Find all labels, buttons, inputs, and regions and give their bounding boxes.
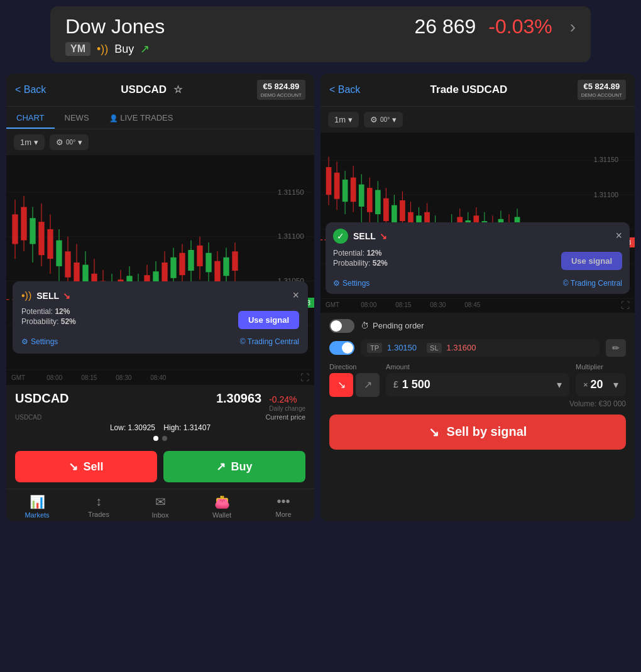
tp-sl-edit-button[interactable]: ✏ bbox=[606, 339, 626, 357]
sell-by-signal-button[interactable]: ↘ Sell by signal bbox=[329, 415, 626, 450]
svg-rect-86 bbox=[400, 200, 405, 221]
right-gear-icon: ⚙ bbox=[333, 279, 340, 288]
right-use-signal-button[interactable]: Use signal bbox=[561, 252, 622, 270]
buy-arrow-icon: ↗ bbox=[216, 460, 226, 474]
tp-value: 1.30150 bbox=[387, 343, 417, 352]
indicator-selector[interactable]: ⚙ 00° ▾ bbox=[50, 134, 89, 150]
tp-tag: TP bbox=[367, 343, 382, 353]
right-sell-signal-label: SELL ↘ bbox=[353, 231, 387, 241]
svg-rect-70 bbox=[334, 173, 340, 199]
right-fullscreen-icon[interactable]: ⛶ bbox=[621, 300, 630, 310]
left-panel: < Back USDCAD ☆ €5 824.89 DEMO ACCOUNT C… bbox=[6, 73, 314, 521]
nav-markets[interactable]: 📊 Markets bbox=[6, 494, 68, 519]
multiplier-label: Multiplier bbox=[576, 363, 626, 371]
left-gmt-bar: GMT 08:00 08:15 08:30 08:40 ⛶ bbox=[6, 371, 314, 385]
signal-stats: Potential: 12% Probability: 52% bbox=[21, 307, 76, 327]
timeframe-selector[interactable]: 1m ▾ bbox=[14, 134, 45, 150]
asset-name: USDCAD bbox=[15, 391, 69, 406]
asset-price: 1.30963 bbox=[216, 391, 261, 406]
left-chart-toolbar: 1m ▾ ⚙ 00° ▾ bbox=[6, 129, 314, 155]
bottom-navigation: 📊 Markets ↕ Trades ✉ Inbox 👛 Wallet ••• … bbox=[6, 489, 314, 521]
panels-container: < Back USDCAD ☆ €5 824.89 DEMO ACCOUNT C… bbox=[0, 73, 641, 521]
svg-rect-52 bbox=[214, 261, 220, 282]
tab-chart[interactable]: CHART bbox=[6, 107, 55, 129]
multiplier-value: 20 bbox=[591, 378, 603, 391]
tp-sl-toggle[interactable] bbox=[329, 341, 354, 355]
arrow-up-icon: ↗ bbox=[140, 42, 150, 56]
left-account-badge: €5 824.89 DEMO ACCOUNT bbox=[257, 80, 305, 100]
buy-button[interactable]: ↗ Buy bbox=[163, 451, 305, 482]
trade-form: ⏱ Pending order TP 1.30150 SL 1.31600 ✏ bbox=[320, 313, 635, 521]
nav-inbox[interactable]: ✉ Inbox bbox=[129, 494, 191, 519]
direction-label: Direction bbox=[329, 363, 380, 371]
wallet-icon: 👛 bbox=[214, 494, 230, 509]
star-icon[interactable]: ☆ bbox=[173, 84, 182, 95]
amount-input[interactable]: £ 1 500 ▾ bbox=[386, 373, 569, 396]
tab-live-trades[interactable]: 👤 LIVE TRADES bbox=[99, 107, 184, 129]
right-timeframe-selector[interactable]: 1m ▾ bbox=[328, 112, 359, 127]
right-settings-link[interactable]: ⚙ Settings bbox=[333, 279, 370, 288]
nav-more[interactable]: ••• More bbox=[253, 494, 314, 519]
left-back-button[interactable]: < Back bbox=[15, 84, 46, 95]
right-panel-title: Trade USDCAD bbox=[360, 84, 577, 96]
sell-direction-icon: ↘ bbox=[63, 291, 70, 301]
banner-change: -0.03% bbox=[488, 15, 552, 38]
indicator-icon2: ⚙ bbox=[370, 115, 378, 124]
person-icon: 👤 bbox=[109, 114, 118, 122]
sl-tag: SL bbox=[427, 343, 441, 353]
nav-trades[interactable]: ↕ Trades bbox=[68, 494, 129, 519]
tab-news[interactable]: NEWS bbox=[55, 107, 99, 129]
signal-wave-icon: •)) bbox=[21, 290, 31, 301]
svg-text:1.31150: 1.31150 bbox=[594, 156, 618, 164]
currency-symbol: £ bbox=[393, 379, 398, 389]
settings-link[interactable]: ⚙ Settings bbox=[21, 337, 58, 346]
left-bottom-info: USDCAD 1.30963 -0.24% Daily change USDCA… bbox=[6, 385, 314, 451]
banner-title: Dow Jones bbox=[65, 15, 165, 38]
sell-signal-arrow-icon: ↘ bbox=[429, 425, 439, 440]
amount-label: Amount bbox=[386, 363, 569, 371]
svg-rect-80 bbox=[375, 190, 381, 215]
daily-change-label: Daily change bbox=[269, 405, 305, 412]
right-back-button[interactable]: < Back bbox=[329, 84, 360, 95]
left-tabs: CHART NEWS 👤 LIVE TRADES bbox=[6, 107, 314, 129]
markets-icon: 📊 bbox=[30, 494, 45, 509]
svg-rect-78 bbox=[367, 188, 373, 213]
svg-rect-54 bbox=[223, 257, 229, 276]
tp-sl-row: TP 1.30150 SL 1.31600 ✏ bbox=[329, 339, 626, 357]
left-action-buttons: ↘ Sell ↗ Buy bbox=[6, 451, 314, 489]
right-indicator-selector[interactable]: ⚙ 00° ▾ bbox=[364, 112, 403, 127]
inbox-icon: ✉ bbox=[155, 494, 166, 509]
x-symbol: × bbox=[583, 380, 588, 389]
svg-rect-14 bbox=[47, 229, 53, 259]
direction-sell-button[interactable]: ↘ bbox=[329, 373, 353, 397]
svg-rect-16 bbox=[56, 241, 62, 266]
svg-rect-56 bbox=[232, 252, 238, 271]
svg-rect-18 bbox=[65, 252, 70, 278]
amount-value: 1 500 bbox=[402, 378, 430, 391]
banner-chevron-icon[interactable]: › bbox=[570, 17, 576, 37]
amount-dropdown-icon: ▾ bbox=[557, 379, 562, 391]
svg-rect-50 bbox=[205, 253, 211, 273]
direction-buttons: ↘ ↗ bbox=[329, 373, 380, 397]
close-signal-button[interactable]: × bbox=[292, 289, 299, 302]
svg-rect-68 bbox=[326, 168, 332, 195]
nav-wallet[interactable]: 👛 Wallet bbox=[191, 494, 253, 519]
svg-rect-82 bbox=[383, 198, 389, 221]
svg-rect-72 bbox=[342, 180, 348, 202]
pending-order-label: ⏱ Pending order bbox=[361, 321, 424, 330]
svg-rect-6 bbox=[12, 215, 18, 244]
pending-order-toggle[interactable] bbox=[329, 319, 354, 333]
svg-rect-48 bbox=[197, 246, 202, 266]
right-close-signal-button[interactable]: × bbox=[615, 229, 622, 242]
svg-text:1.31100: 1.31100 bbox=[278, 232, 305, 241]
page-indicators bbox=[15, 436, 305, 441]
chevron-down-icon: ▾ bbox=[34, 138, 38, 147]
svg-rect-74 bbox=[351, 178, 356, 202]
svg-rect-46 bbox=[188, 250, 194, 271]
direction-buy-button[interactable]: ↗ bbox=[356, 373, 380, 397]
trading-central-label: © Trading Central bbox=[240, 337, 299, 346]
fullscreen-icon[interactable]: ⛶ bbox=[300, 372, 309, 382]
use-signal-button[interactable]: Use signal bbox=[238, 311, 299, 329]
sell-button[interactable]: ↘ Sell bbox=[15, 451, 157, 482]
multiplier-input[interactable]: × 20 ▾ bbox=[576, 373, 626, 396]
